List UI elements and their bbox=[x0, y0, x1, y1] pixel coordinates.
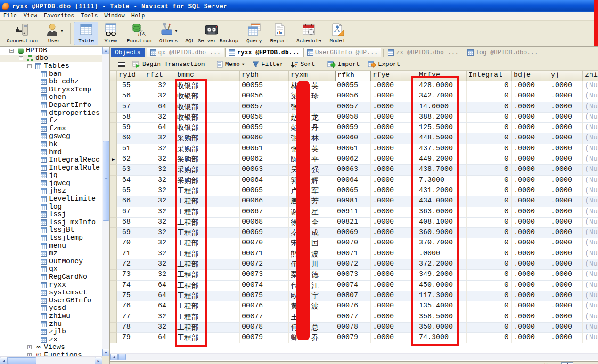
cell-yj[interactable]: .0000 bbox=[549, 113, 583, 123]
cell-bmmc[interactable]: 收银部 bbox=[175, 91, 240, 102]
cell-zhi[interactable]: (Null) bbox=[583, 333, 598, 343]
row-indicator[interactable] bbox=[110, 228, 117, 238]
cell-bmmc[interactable]: 工程部 bbox=[175, 270, 240, 280]
scroll-up-icon[interactable]: ▲ bbox=[102, 47, 110, 54]
cell-Integral[interactable]: 0 bbox=[467, 270, 512, 280]
menu-item-help[interactable]: Help bbox=[128, 12, 148, 20]
sidebar-item-bb-cdhz[interactable]: bb cdhz bbox=[0, 78, 102, 86]
cell-rfzt[interactable]: 32 bbox=[144, 312, 175, 323]
row-indicator[interactable] bbox=[110, 113, 117, 123]
cell-Integral[interactable]: 0 bbox=[467, 196, 512, 207]
table-button[interactable]: Table bbox=[74, 22, 98, 45]
cell-Integral[interactable]: 0 bbox=[467, 228, 512, 238]
cell-ryxm[interactable]: 林英 bbox=[289, 81, 335, 91]
sidebar-item-fzmx[interactable]: fzmx bbox=[0, 125, 102, 133]
cell-rfye[interactable]: .0000 bbox=[371, 207, 417, 218]
table-row[interactable]: 7464工程部00074代江00074.0000450.00000.0000.0… bbox=[110, 281, 598, 291]
cell-Mrfye[interactable]: 117.3000 bbox=[417, 291, 467, 301]
cell-Integral[interactable]: 0 bbox=[467, 281, 512, 291]
cell-ryxm[interactable]: 谢星 bbox=[289, 207, 335, 218]
sidebar-item-jg[interactable]: jg bbox=[0, 172, 102, 180]
table-row[interactable]: ▶6232采购部00062陈平00062.0000449.20000.0000.… bbox=[110, 154, 598, 165]
cell-rfye[interactable]: .0000 bbox=[371, 196, 417, 207]
cell-rfye[interactable]: .0000 bbox=[371, 154, 417, 165]
sidebar-item-hmd[interactable]: hmd bbox=[0, 148, 102, 156]
cell-ryid[interactable]: 65 bbox=[117, 186, 144, 196]
cell-Integral[interactable]: 0 bbox=[467, 102, 512, 113]
cell-bdje[interactable]: .0000 bbox=[512, 91, 549, 102]
cell-yj[interactable]: .0000 bbox=[549, 281, 583, 291]
sidebar-item-functions[interactable]: +f()Functions bbox=[0, 351, 102, 356]
cell-bmmc[interactable]: 工程部 bbox=[175, 301, 240, 312]
cell-Integral[interactable]: 0 bbox=[467, 207, 512, 218]
cell-rfzt[interactable]: 32 bbox=[144, 323, 175, 333]
cell-ryid[interactable]: 73 bbox=[117, 270, 144, 280]
cell-rfye[interactable]: .0000 bbox=[371, 259, 417, 270]
cell-yj[interactable]: .0000 bbox=[549, 207, 583, 218]
filter-button[interactable]: Filter bbox=[248, 60, 287, 69]
cell-yj[interactable]: .0000 bbox=[549, 312, 583, 323]
table-row[interactable]: 7732工程部00077王00077.0000358.50000.0000.00… bbox=[110, 312, 598, 323]
sidebar-item-mz[interactable]: mz bbox=[0, 250, 102, 258]
cell-rybh[interactable]: 00068 bbox=[240, 218, 289, 228]
cell-rybh[interactable]: 00074 bbox=[240, 281, 289, 291]
cell-rfkh[interactable]: 00078 bbox=[335, 323, 371, 333]
tab-objects[interactable]: Objects bbox=[111, 48, 145, 57]
cell-bmmc[interactable]: 收银部 bbox=[175, 113, 240, 123]
table-row[interactable]: 6032采购部00060张林00060.0000448.50000.0000.0… bbox=[110, 133, 598, 144]
cell-ryid[interactable]: 68 bbox=[117, 218, 144, 228]
cell-Integral[interactable]: 0 bbox=[467, 186, 512, 196]
cell-yj[interactable]: .0000 bbox=[549, 186, 583, 196]
row-indicator[interactable] bbox=[110, 144, 117, 154]
table-row[interactable]: 7032工程部00070宋国00070.0000370.70000.0000.0… bbox=[110, 238, 598, 249]
cell-Integral[interactable]: 0 bbox=[467, 113, 512, 123]
cell-bmmc[interactable]: 工程部 bbox=[175, 249, 240, 259]
cell-zhi[interactable]: (Null) bbox=[583, 91, 598, 102]
row-indicator[interactable] bbox=[110, 123, 117, 133]
cell-Mrfye[interactable]: 449.2000 bbox=[417, 154, 467, 165]
cell-ryxm[interactable]: 黄波 bbox=[289, 301, 335, 312]
cell-Integral[interactable]: 0 bbox=[467, 301, 512, 312]
cell-ryxm[interactable]: 伍川 bbox=[289, 259, 335, 270]
cell-ryxm[interactable]: 唐芳 bbox=[289, 196, 335, 207]
sidebar-hscroll-thumb[interactable] bbox=[8, 357, 36, 364]
cell-rybh[interactable]: 00061 bbox=[240, 144, 289, 154]
cell-rfzt[interactable]: 32 bbox=[144, 91, 175, 102]
cell-ryid[interactable]: 72 bbox=[117, 259, 144, 270]
cell-ryxm[interactable]: 彭丹 bbox=[289, 123, 335, 133]
scroll-down-icon[interactable]: ▼ bbox=[102, 349, 110, 356]
cell-rfkh[interactable]: 00076 bbox=[335, 301, 371, 312]
scroll-left-icon[interactable]: ◀ bbox=[110, 354, 118, 360]
sidebar-item-fz[interactable]: fz bbox=[0, 117, 102, 125]
cell-ryid[interactable]: 61 bbox=[117, 144, 144, 154]
cell-Mrfye[interactable]: 370.7000 bbox=[417, 238, 467, 249]
cell-bmmc[interactable]: 采购部 bbox=[175, 133, 240, 144]
cell-rfye[interactable]: .0000 bbox=[371, 133, 417, 144]
row-indicator[interactable] bbox=[110, 270, 117, 280]
cell-rfkh[interactable]: 00072 bbox=[335, 259, 371, 270]
titlebar[interactable]: ryxx @HPTDB.dbo (1111) - Table - Navicat… bbox=[0, 0, 598, 12]
cell-zhi[interactable]: (Null) bbox=[583, 113, 598, 123]
cell-rfye[interactable]: .0000 bbox=[371, 291, 417, 301]
cell-ryxm[interactable]: 张 bbox=[289, 102, 335, 113]
cell-yj[interactable]: .0000 bbox=[549, 228, 583, 238]
cell-rfye[interactable]: .0000 bbox=[371, 249, 417, 259]
cell-ryid[interactable]: 57 bbox=[117, 102, 144, 113]
cell-rfkh[interactable]: 00079 bbox=[335, 333, 371, 343]
cell-zhi[interactable]: (Null) bbox=[583, 259, 598, 270]
cell-zhi[interactable]: (Null) bbox=[583, 81, 598, 91]
cell-zhi[interactable]: (Null) bbox=[583, 312, 598, 323]
cell-zhi[interactable]: (Null) bbox=[583, 249, 598, 259]
row-indicator[interactable] bbox=[110, 259, 117, 270]
cell-ryxm[interactable]: 王 bbox=[289, 312, 335, 323]
model-button[interactable]: Model bbox=[325, 22, 350, 45]
cell-rybh[interactable]: 00073 bbox=[240, 270, 289, 280]
table-row[interactable]: 5632收银部00056梁珍00056.0000342.70000.0000.0… bbox=[110, 91, 598, 102]
row-indicator[interactable] bbox=[110, 133, 117, 144]
column-header-rfzt[interactable]: rfzt bbox=[144, 71, 175, 81]
cell-rybh[interactable]: 00078 bbox=[240, 323, 289, 333]
cell-rybh[interactable]: 00076 bbox=[240, 301, 289, 312]
table-row[interactable]: 6832工程部00068徐全00821.0000408.10000.0000.0… bbox=[110, 218, 598, 228]
cell-rfye[interactable]: .0000 bbox=[371, 270, 417, 280]
cell-ryid[interactable]: 78 bbox=[117, 323, 144, 333]
